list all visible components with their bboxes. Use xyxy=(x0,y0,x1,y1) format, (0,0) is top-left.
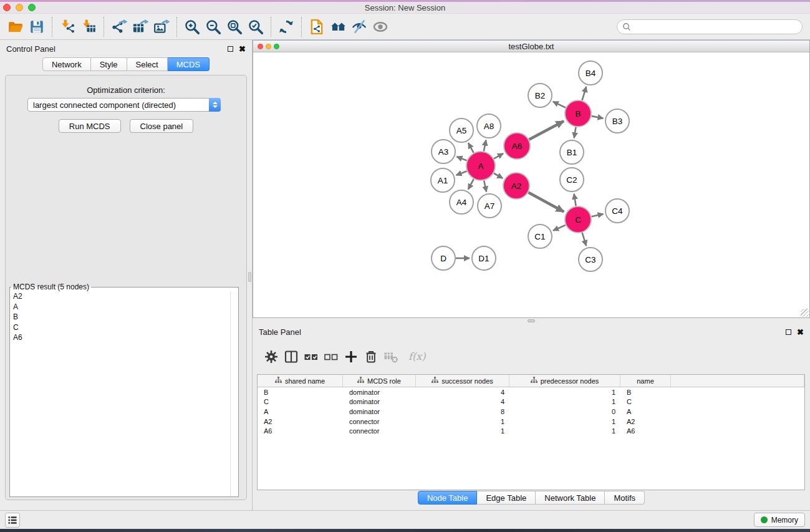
run-mcds-button[interactable]: Run MCDS xyxy=(59,119,121,133)
home-icon[interactable] xyxy=(327,16,349,37)
graph-node-C3[interactable]: C3 xyxy=(579,248,602,271)
graph-node-B3[interactable]: B3 xyxy=(605,109,629,133)
add-column-icon[interactable] xyxy=(341,347,361,367)
close-panel-icon[interactable]: ✖ xyxy=(239,46,246,52)
graph-node-A7[interactable]: A7 xyxy=(478,194,501,218)
show-columns-icon[interactable] xyxy=(281,347,301,367)
panel-splitter-handle[interactable] xyxy=(248,272,251,282)
graph-node-B4[interactable]: B4 xyxy=(579,61,602,85)
table-cell[interactable]: A xyxy=(258,408,343,415)
table-cell[interactable]: 4 xyxy=(416,398,509,405)
float-panel-icon[interactable] xyxy=(228,46,233,52)
graph-node-A[interactable]: A xyxy=(466,152,495,180)
graph-node-A6[interactable]: A6 xyxy=(504,133,530,159)
import-network-icon[interactable] xyxy=(57,16,78,37)
table-cell[interactable]: 1 xyxy=(509,398,620,405)
column-header-mcds-role[interactable]: MCDS role xyxy=(343,375,416,387)
zoom-selected-icon[interactable] xyxy=(245,16,266,37)
table-cell[interactable]: 1 xyxy=(416,418,509,425)
memory-button[interactable]: Memory xyxy=(754,513,805,527)
table-cell[interactable]: A2 xyxy=(620,418,671,425)
tab-network[interactable]: Network xyxy=(42,57,91,71)
table-cell[interactable]: connector xyxy=(343,427,416,435)
tab-style[interactable]: Style xyxy=(91,57,127,71)
table-row[interactable]: A2connector11A2 xyxy=(258,417,804,427)
table-cell[interactable]: dominator xyxy=(343,389,416,396)
table-cell[interactable]: 4 xyxy=(416,389,509,396)
table-cell[interactable]: dominator xyxy=(343,398,416,405)
mcds-result-item[interactable]: A2 xyxy=(10,291,230,302)
export-image-icon[interactable] xyxy=(151,16,172,37)
table-cell[interactable]: B xyxy=(258,389,343,396)
network-from-file-icon[interactable] xyxy=(306,16,327,37)
table-cell[interactable]: 8 xyxy=(416,408,509,415)
graph-node-D1[interactable]: D1 xyxy=(472,246,496,270)
mcds-result-item[interactable]: A xyxy=(10,302,230,312)
graph-node-B2[interactable]: B2 xyxy=(528,84,552,107)
deselect-all-icon[interactable] xyxy=(321,347,341,367)
graph-node-A3[interactable]: A3 xyxy=(432,140,455,163)
hide-eye-icon[interactable] xyxy=(349,16,370,37)
table-cell[interactable]: C xyxy=(258,398,343,405)
splitter-handle[interactable] xyxy=(528,319,535,322)
settings-gear-icon[interactable] xyxy=(261,347,281,367)
graph-node-C4[interactable]: C4 xyxy=(605,199,629,223)
mcds-list-scrollbar[interactable] xyxy=(230,291,238,496)
table-cell[interactable]: A6 xyxy=(620,427,671,435)
graph-node-A1[interactable]: A1 xyxy=(431,168,455,192)
select-all-icon[interactable] xyxy=(301,347,321,367)
table-cell[interactable]: B xyxy=(620,389,671,396)
tab-node-table[interactable]: Node Table xyxy=(418,491,478,505)
column-header-name[interactable]: name xyxy=(620,375,671,387)
tab-edge-table[interactable]: Edge Table xyxy=(477,491,536,505)
zoom-fit-icon[interactable] xyxy=(224,16,245,37)
table-cell[interactable]: 1 xyxy=(509,389,620,396)
table-cell[interactable]: A6 xyxy=(258,427,343,435)
zoom-out-icon[interactable] xyxy=(203,16,224,37)
graph-node-C[interactable]: C xyxy=(565,206,591,233)
table-cell[interactable]: 0 xyxy=(509,408,620,415)
task-history-button[interactable] xyxy=(5,513,20,528)
save-session-icon[interactable] xyxy=(26,16,47,37)
mcds-result-item[interactable]: C xyxy=(10,322,230,333)
graph-node-B1[interactable]: B1 xyxy=(560,140,584,164)
graph-node-B[interactable]: B xyxy=(565,100,591,127)
criterion-dropdown[interactable]: largest connected component (directed) xyxy=(27,98,221,112)
graph-node-D[interactable]: D xyxy=(432,246,455,270)
table-cell[interactable]: A xyxy=(620,408,671,415)
graph-node-C2[interactable]: C2 xyxy=(560,168,584,191)
mcds-result-item[interactable]: B xyxy=(10,312,230,322)
graph-node-A5[interactable]: A5 xyxy=(450,118,473,142)
table-cell[interactable]: 1 xyxy=(509,418,620,425)
zoom-in-icon[interactable] xyxy=(181,16,203,37)
network-canvas[interactable]: AA1A2A3A4A5A6A7A8BB1B2B3B4CC1C2C3C4DD1 xyxy=(253,52,809,317)
table-cell[interactable]: 1 xyxy=(416,427,509,435)
graph-node-A4[interactable]: A4 xyxy=(450,190,473,214)
tab-mcds[interactable]: MCDS xyxy=(168,57,210,71)
graph-node-A8[interactable]: A8 xyxy=(477,114,501,138)
search-input[interactable] xyxy=(617,19,803,34)
table-cell[interactable]: C xyxy=(620,398,671,405)
close-panel-button[interactable]: Close panel xyxy=(130,119,194,133)
table-row[interactable]: Bdominator41B xyxy=(258,387,804,397)
refresh-icon[interactable] xyxy=(276,16,297,37)
import-table-icon[interactable] xyxy=(78,16,99,37)
export-network-icon[interactable] xyxy=(108,16,130,37)
eye-icon[interactable] xyxy=(370,16,391,37)
close-table-panel-icon[interactable]: ✖ xyxy=(797,329,804,335)
column-header-shared-name[interactable]: shared name xyxy=(258,375,343,387)
tab-motifs[interactable]: Motifs xyxy=(605,491,645,505)
table-cell[interactable]: dominator xyxy=(343,408,416,415)
graph-node-A2[interactable]: A2 xyxy=(503,173,529,199)
open-session-icon[interactable] xyxy=(5,16,26,37)
graph-node-C1[interactable]: C1 xyxy=(528,225,552,248)
export-table-icon[interactable] xyxy=(130,16,151,37)
table-cell[interactable]: A2 xyxy=(258,418,343,425)
table-cell[interactable]: connector xyxy=(343,418,416,425)
table-cell[interactable]: 1 xyxy=(509,427,620,435)
column-header-successor-nodes[interactable]: successor nodes xyxy=(416,375,509,387)
tab-select[interactable]: Select xyxy=(127,57,168,71)
table-row[interactable]: Cdominator41C xyxy=(258,397,804,407)
table-row[interactable]: A6connector11A6 xyxy=(258,426,804,436)
delete-column-icon[interactable] xyxy=(361,347,381,367)
